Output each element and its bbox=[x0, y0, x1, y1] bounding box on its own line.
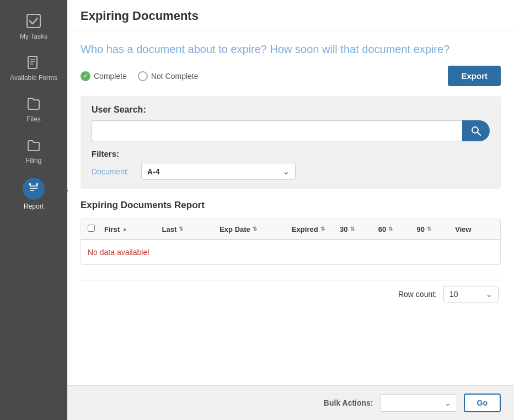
search-section-label: User Search: bbox=[92, 105, 490, 115]
main-content: Expiring Documents Who has a document ab… bbox=[67, 0, 514, 420]
sidebar-item-my-tasks[interactable]: My Tasks bbox=[0, 6, 67, 47]
divider-2 bbox=[81, 280, 501, 280]
row-count-select[interactable]: 10 ⌄ bbox=[443, 286, 499, 302]
svg-rect-1 bbox=[28, 56, 37, 68]
col-exp-date[interactable]: Exp Date ⇅ bbox=[219, 225, 292, 233]
sidebar-item-available-forms[interactable]: Available Forms bbox=[0, 47, 67, 88]
export-button[interactable]: Export bbox=[448, 66, 501, 86]
sort-expired-icon: ⇅ bbox=[320, 226, 325, 232]
search-input[interactable] bbox=[92, 120, 462, 141]
search-section: User Search: Filters: Document: A-4 ⌄ bbox=[81, 96, 501, 189]
col-exp-date-label: Exp Date bbox=[219, 225, 250, 233]
sidebar-item-report-label: Report bbox=[24, 203, 44, 210]
sort-60-icon: ⇅ bbox=[388, 226, 393, 232]
col-first-label: First bbox=[104, 225, 120, 233]
bulk-actions-label: Bulk Actions: bbox=[324, 398, 373, 407]
col-expired[interactable]: Expired ⇅ bbox=[292, 225, 340, 233]
col-first[interactable]: First ▲ bbox=[104, 225, 162, 233]
divider-1 bbox=[81, 274, 501, 274]
table-header: First ▲ Last ⇅ Exp Date ⇅ Expired ⇅ 30 bbox=[81, 219, 500, 240]
col-30-label: 30 bbox=[340, 225, 347, 233]
search-button[interactable] bbox=[462, 120, 490, 141]
document-filter-value: A-4 bbox=[147, 167, 282, 176]
filing-icon bbox=[25, 136, 42, 154]
not-complete-icon bbox=[138, 71, 148, 81]
svg-rect-5 bbox=[27, 182, 40, 195]
select-all-checkbox[interactable] bbox=[88, 225, 104, 233]
report-icon bbox=[23, 178, 45, 200]
svg-line-12 bbox=[478, 132, 480, 135]
tasks-icon bbox=[25, 12, 42, 30]
report-table: First ▲ Last ⇅ Exp Date ⇅ Expired ⇅ 30 bbox=[81, 219, 501, 265]
search-row bbox=[92, 120, 490, 141]
sort-90-icon: ⇅ bbox=[427, 226, 431, 232]
row-count-label: Row count: bbox=[398, 290, 437, 299]
select-all-input[interactable] bbox=[88, 225, 95, 232]
page-header: Expiring Documents bbox=[67, 0, 514, 30]
row-count-chevron-icon: ⌄ bbox=[486, 290, 492, 299]
sort-last-icon: ⇅ bbox=[179, 226, 183, 232]
filters-label: Filters: bbox=[92, 149, 490, 158]
sidebar: My Tasks Available Forms Files Filing bbox=[0, 0, 67, 420]
sort-first-icon: ▲ bbox=[122, 226, 127, 232]
bulk-chevron-icon: ⌄ bbox=[445, 398, 451, 407]
sidebar-item-files-label: Files bbox=[26, 115, 40, 123]
page-subtitle: Who has a document about to expire? How … bbox=[81, 41, 501, 57]
no-data-message: No data available! bbox=[81, 240, 500, 264]
col-90[interactable]: 90 ⇅ bbox=[417, 225, 456, 233]
row-count-section: Row count: 10 ⌄ bbox=[81, 286, 501, 302]
svg-rect-9 bbox=[29, 183, 31, 185]
sidebar-item-my-tasks-label: My Tasks bbox=[20, 33, 47, 40]
chevron-down-icon: ⌄ bbox=[282, 166, 290, 177]
sort-30-icon: ⇅ bbox=[350, 226, 355, 232]
col-last-label: Last bbox=[162, 225, 177, 233]
footer-bar: Bulk Actions: ⌄ Go bbox=[67, 385, 514, 420]
status-complete: ✓ Complete bbox=[81, 71, 127, 81]
document-filter-label: Document: bbox=[92, 167, 136, 176]
col-expired-label: Expired bbox=[292, 225, 318, 233]
content-area: Who has a document about to expire? How … bbox=[67, 30, 514, 385]
status-row: ✓ Complete Not Complete Export bbox=[81, 66, 501, 86]
col-view[interactable]: View bbox=[455, 225, 494, 233]
sidebar-item-filing-label: Filing bbox=[26, 157, 42, 164]
col-60-label: 60 bbox=[378, 225, 386, 233]
complete-icon: ✓ bbox=[81, 71, 90, 81]
col-last[interactable]: Last ⇅ bbox=[162, 225, 220, 233]
go-button[interactable]: Go bbox=[464, 394, 501, 412]
sidebar-item-files[interactable]: Files bbox=[0, 88, 67, 130]
files-icon bbox=[25, 95, 42, 113]
available-forms-icon bbox=[25, 54, 42, 71]
report-title: Expiring Documents Report bbox=[81, 200, 501, 211]
row-count-value: 10 bbox=[449, 290, 486, 299]
col-30[interactable]: 30 ⇅ bbox=[340, 225, 378, 233]
col-60[interactable]: 60 ⇅ bbox=[378, 225, 417, 233]
col-90-label: 90 bbox=[417, 225, 425, 233]
sidebar-item-report[interactable]: Report bbox=[0, 171, 67, 217]
not-complete-label: Not Complete bbox=[151, 72, 199, 81]
status-not-complete: Not Complete bbox=[138, 71, 199, 81]
bulk-actions-select[interactable]: ⌄ bbox=[380, 394, 457, 412]
search-icon bbox=[471, 126, 481, 136]
svg-rect-0 bbox=[27, 14, 40, 28]
filter-row: Document: A-4 ⌄ bbox=[92, 163, 490, 180]
document-filter-select[interactable]: A-4 ⌄ bbox=[141, 163, 296, 180]
sidebar-item-available-forms-label: Available Forms bbox=[10, 74, 57, 82]
sort-expdate-icon: ⇅ bbox=[253, 226, 257, 232]
complete-label: Complete bbox=[94, 72, 127, 81]
svg-rect-10 bbox=[36, 183, 38, 185]
page-title: Expiring Documents bbox=[81, 9, 199, 23]
col-view-label: View bbox=[455, 225, 471, 233]
sidebar-item-filing[interactable]: Filing bbox=[0, 130, 67, 171]
